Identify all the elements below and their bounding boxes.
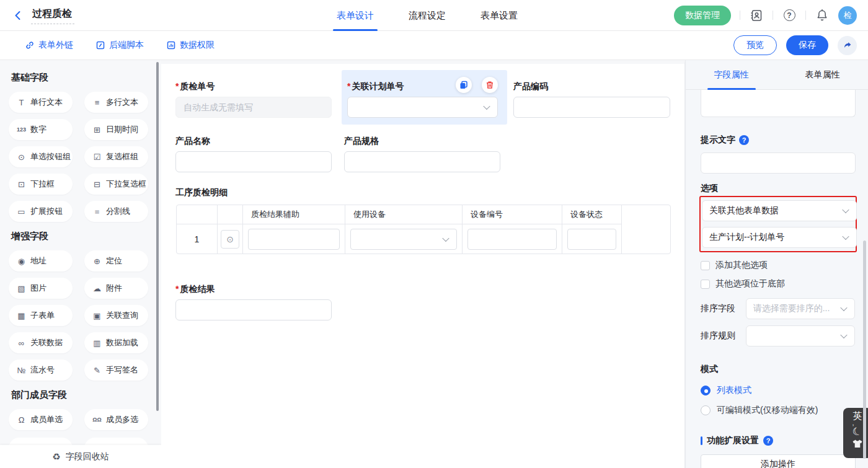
field-item-datetime[interactable]: ⊞日期时间 [84,119,148,140]
number-icon: 123 [17,126,26,133]
product-name-input[interactable] [175,151,332,172]
help-icon[interactable]: ? [739,135,749,145]
back-button[interactable] [11,9,25,22]
device-select[interactable] [350,229,457,250]
data-manage-button[interactable]: 数据管理 [674,6,731,25]
recycle-icon: ♻ [52,451,60,462]
field-item-attachment[interactable]: ☁附件 [84,278,148,299]
product-code-input[interactable] [513,97,670,118]
tab-form-setting[interactable]: 表单设置 [480,0,518,31]
datetime-icon: ⊞ [92,125,102,135]
radio-unselected[interactable] [701,405,711,415]
qc-no-input[interactable] [175,97,332,118]
form-external-link[interactable]: 表单外链 [25,40,73,51]
language-badge[interactable]: 英 [853,410,862,421]
page-title[interactable]: 过程质检 [31,6,74,24]
field-item-linked-query[interactable]: ▣关联查询 [84,305,148,326]
checkbox[interactable] [701,280,710,289]
tab-form-design[interactable]: 表单设计 [337,0,374,31]
device-no-input[interactable] [467,229,557,250]
field-item-label: 下拉框 [30,179,55,190]
shirt-icon[interactable] [852,439,863,449]
field-item-multi-line-text[interactable]: ≡多行文本 [84,92,148,113]
title-input-clipped[interactable] [701,90,856,117]
chevron-down-icon [840,332,847,338]
field-item-label: 流水号 [30,364,55,376]
copy-field-button[interactable] [456,77,472,93]
product-spec-input[interactable] [344,151,500,172]
dropdown-icon: ⊡ [17,180,26,189]
backend-script-link[interactable]: 后端脚本 [95,40,144,51]
field-item-number[interactable]: 123数字 [9,119,73,140]
field-item-label: 数据加载 [106,337,138,348]
data-permission-icon [166,40,176,50]
checkbox-add-other-option[interactable]: 添加其他选项 [701,260,855,271]
qc-result-assist-input[interactable] [248,229,340,250]
plan-no-select[interactable] [347,97,498,118]
save-button[interactable]: 保存 [786,35,828,55]
checkbox-other-option-bottom[interactable]: 其他选项位于底部 [701,278,855,289]
field-item-clipped[interactable] [84,438,148,445]
help-icon[interactable]: ? [782,8,797,23]
panel-scrollbar[interactable] [863,241,866,459]
field-item-clipped[interactable] [9,438,73,445]
qc-result-input[interactable] [175,299,332,320]
radio-list-mode[interactable]: 列表模式 [701,385,855,396]
subform-header: 使用设备 [345,205,463,224]
field-item-checkbox-group[interactable]: ☑复选框组 [84,146,148,167]
option-source-select[interactable]: 关联其他表单数据 [702,200,857,221]
field-item-serial-number[interactable]: №流水号 [9,360,73,381]
extend-button-icon: ▭ [17,207,26,216]
sidebar-scrollbar[interactable] [156,62,159,411]
divider-line-icon: = [92,207,102,216]
share-button[interactable] [838,36,857,55]
member-multi-select-icon: ΩΩ [92,417,102,423]
delete-field-button[interactable] [482,77,498,93]
preview-button[interactable]: 预览 [733,35,777,55]
field-item-dropdown-multiselect[interactable]: ⊟下拉复选框 [84,174,148,195]
tab-field-properties[interactable]: 字段属性 [686,60,777,89]
field-item-member-multi-select[interactable]: ΩΩ成员多选 [84,409,148,430]
data-permission-link[interactable]: 数据权限 [166,40,215,51]
radio-editable-mode[interactable]: 可编辑模式(仅移动端有效) [701,405,855,416]
sort-field-select[interactable]: 请选择需要排序的... [746,298,855,319]
field-item-label: 下拉复选框 [106,179,146,190]
field-item-subform[interactable]: ▦子表单 [9,305,73,326]
add-operation-button[interactable]: 添加操作 [701,454,856,468]
moon-icon[interactable]: ☾ [851,424,864,440]
field-label-product-spec: 产品规格 [344,136,379,147]
field-item-label: 复选框组 [106,151,138,162]
field-item-member-single-select[interactable]: Ω成员单选 [9,409,73,430]
help-icon[interactable]: ? [763,436,773,446]
field-item-image[interactable]: ▧图片 [9,278,73,299]
tab-flow-setting[interactable]: 流程设定 [409,0,446,31]
notification-bell-icon[interactable] [815,8,830,23]
field-item-divider-line[interactable]: =分割线 [84,201,148,222]
target-icon-button[interactable]: ⊙ [221,230,239,249]
field-item-handwritten-signature[interactable]: ✎手写签名 [84,360,148,381]
script-icon [95,40,105,50]
sort-rule-select[interactable] [746,325,855,347]
selected-field-plan-no[interactable]: *关联计划单号 [342,70,507,125]
field-item-linked-data[interactable]: ∞关联数据 [9,332,73,353]
user-avatar[interactable]: 检 [838,6,857,25]
device-status-input[interactable] [567,229,616,250]
field-item-single-line-text[interactable]: T单行文本 [9,92,73,113]
field-item-radio-button-group[interactable]: ⊙单选按钮组 [9,146,73,167]
field-item-location[interactable]: ⊕定位 [84,250,148,272]
contacts-icon[interactable] [749,8,764,23]
field-item-dropdown[interactable]: ⊡下拉框 [9,174,73,195]
field-item-data-load[interactable]: ▥数据加载 [84,332,148,353]
topbar: 过程质检 表单设计 流程设定 表单设置 数据管理 ? 检 [0,0,868,31]
field-item-label: 多行文本 [106,97,138,108]
field-item-extend-button[interactable]: ▭扩展按钮 [9,201,73,222]
option-field-select[interactable]: 生产计划--计划单号 [702,227,857,248]
hint-text-input[interactable] [701,152,856,174]
field-recycle-bin[interactable]: ♻ 字段回收站 [0,445,161,468]
radio-selected[interactable] [701,386,711,395]
share-arrow-icon [843,40,852,50]
checkbox[interactable] [701,261,710,270]
tab-form-properties[interactable]: 表单属性 [777,60,868,89]
field-item-address[interactable]: ◉地址 [9,250,73,272]
subform-label: 工序质检明细 [175,187,228,198]
